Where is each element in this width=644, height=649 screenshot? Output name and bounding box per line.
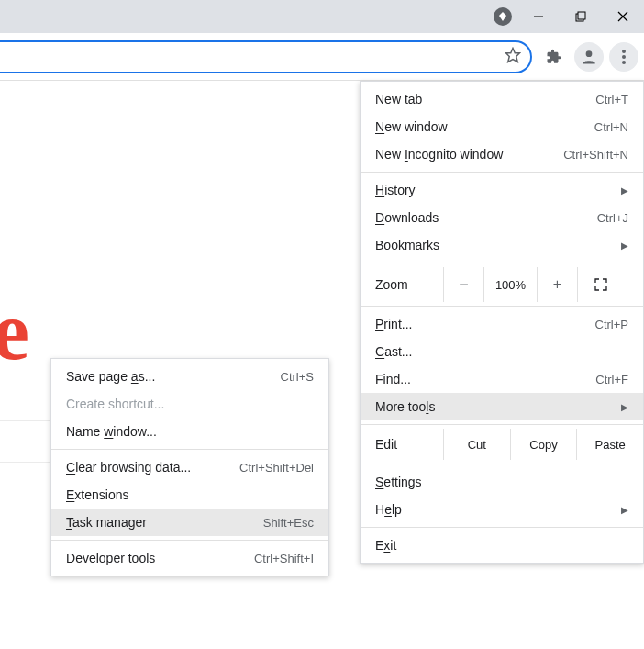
menu-separator (361, 172, 643, 173)
menu-label: Find... (375, 372, 586, 386)
edit-paste-button[interactable]: Paste (576, 429, 643, 460)
menu-exit[interactable]: Exit (361, 532, 643, 559)
browser-toolbar (0, 33, 644, 81)
more-menu-button[interactable] (609, 42, 638, 72)
menu-zoom-row: Zoom − 100% + (361, 267, 643, 302)
menu-label: More tools (375, 399, 621, 414)
menu-separator (361, 424, 643, 425)
submenu-task-manager[interactable]: Task manager Shift+Esc (51, 509, 328, 536)
edit-cut-button[interactable]: Cut (443, 429, 510, 460)
menu-print[interactable]: Print... Ctrl+P (361, 310, 643, 338)
menu-label: Create shortcut... (66, 397, 314, 411)
submenu-arrow-icon: ▶ (621, 241, 628, 251)
shortcut-text: Ctrl+F (595, 373, 628, 386)
menu-separator (51, 540, 328, 541)
shortcut-text: Shift+Esc (263, 516, 314, 530)
address-bar[interactable] (0, 40, 532, 73)
shortcut-text: Ctrl+Shift+N (563, 148, 628, 162)
menu-find[interactable]: Find... Ctrl+F (361, 365, 643, 393)
menu-label: New tab (375, 92, 586, 106)
fullscreen-button[interactable] (577, 267, 623, 302)
zoom-label: Zoom (375, 277, 443, 292)
extensions-icon[interactable] (539, 42, 569, 72)
close-button[interactable] (602, 0, 644, 33)
shortcut-text: Ctrl+J (597, 211, 628, 225)
submenu-clear-data[interactable]: Clear browsing data... Ctrl+Shift+Del (51, 453, 328, 481)
shortcut-text: Ctrl+S (281, 370, 314, 384)
zoom-value: 100% (483, 267, 537, 302)
svg-rect-2 (578, 12, 585, 19)
window-controls (517, 0, 644, 33)
minimize-button[interactable] (517, 0, 560, 33)
window-titlebar (0, 0, 644, 33)
more-tools-submenu: Save page as... Ctrl+S Create shortcut..… (50, 358, 329, 576)
menu-more-tools[interactable]: More tools ▶ (361, 393, 643, 420)
submenu-arrow-icon: ▶ (621, 185, 628, 196)
edit-copy-button[interactable]: Copy (510, 429, 577, 460)
shortcut-text: Ctrl+Shift+I (254, 552, 314, 565)
menu-label: Print... (375, 317, 586, 331)
shortcut-text: Ctrl+N (594, 120, 628, 134)
menu-label: Help (375, 502, 621, 517)
menu-label: Name window... (66, 424, 314, 439)
menu-label: New window (375, 119, 585, 134)
menu-label: Save page as... (66, 369, 272, 384)
profile-icon[interactable] (574, 42, 604, 72)
menu-separator (361, 464, 643, 464)
menu-downloads[interactable]: Downloads Ctrl+J (361, 204, 643, 231)
menu-new-tab[interactable]: New tab Ctrl+T (361, 85, 643, 113)
tab-badge-icon (494, 7, 512, 26)
submenu-developer-tools[interactable]: Developer tools Ctrl+Shift+I (51, 544, 328, 572)
shortcut-text: Ctrl+T (595, 93, 628, 106)
menu-label: Task manager (66, 515, 254, 530)
menu-label: Downloads (375, 210, 588, 225)
chrome-main-menu: New tab Ctrl+T New window Ctrl+N New Inc… (360, 81, 644, 564)
logo-letter: e (0, 290, 29, 373)
search-bar-fragment (0, 420, 51, 463)
kebab-icon (622, 55, 626, 59)
menu-new-window[interactable]: New window Ctrl+N (361, 113, 643, 140)
menu-settings[interactable]: Settings (361, 468, 643, 496)
toolbar-icons (536, 42, 644, 72)
menu-label: Bookmarks (375, 238, 621, 252)
menu-separator (361, 306, 643, 307)
menu-label: History (375, 183, 621, 197)
menu-help[interactable]: Help ▶ (361, 496, 643, 523)
menu-label: Extensions (66, 487, 314, 502)
maximize-button[interactable] (560, 0, 602, 33)
submenu-extensions[interactable]: Extensions (51, 481, 328, 509)
menu-label: Clear browsing data... (66, 460, 230, 475)
submenu-arrow-icon: ▶ (621, 505, 628, 515)
menu-edit-row: Edit Cut Copy Paste (361, 429, 643, 460)
zoom-out-button[interactable]: − (443, 267, 483, 302)
menu-bookmarks[interactable]: Bookmarks ▶ (361, 231, 643, 259)
menu-history[interactable]: History ▶ (361, 176, 643, 204)
shortcut-text: Ctrl+P (595, 318, 628, 331)
menu-new-incognito[interactable]: New Incognito window Ctrl+Shift+N (361, 140, 643, 168)
edit-label: Edit (375, 437, 443, 452)
menu-cast[interactable]: Cast... (361, 338, 643, 365)
menu-separator (51, 449, 328, 450)
menu-label: New Incognito window (375, 147, 554, 162)
submenu-save-page[interactable]: Save page as... Ctrl+S (51, 363, 328, 390)
menu-label: Cast... (375, 344, 628, 359)
menu-separator (361, 527, 643, 528)
shortcut-text: Ctrl+Shift+Del (239, 461, 314, 475)
menu-label: Settings (375, 475, 628, 489)
submenu-arrow-icon: ▶ (621, 402, 628, 412)
zoom-in-button[interactable]: + (537, 267, 577, 302)
menu-separator (361, 263, 643, 263)
submenu-name-window[interactable]: Name window... (51, 418, 328, 445)
svg-point-6 (586, 50, 593, 57)
bookmark-star-icon[interactable] (505, 47, 521, 66)
submenu-create-shortcut: Create shortcut... (51, 390, 328, 418)
svg-marker-5 (506, 49, 520, 62)
menu-label: Exit (375, 538, 628, 553)
menu-label: Developer tools (66, 551, 245, 565)
